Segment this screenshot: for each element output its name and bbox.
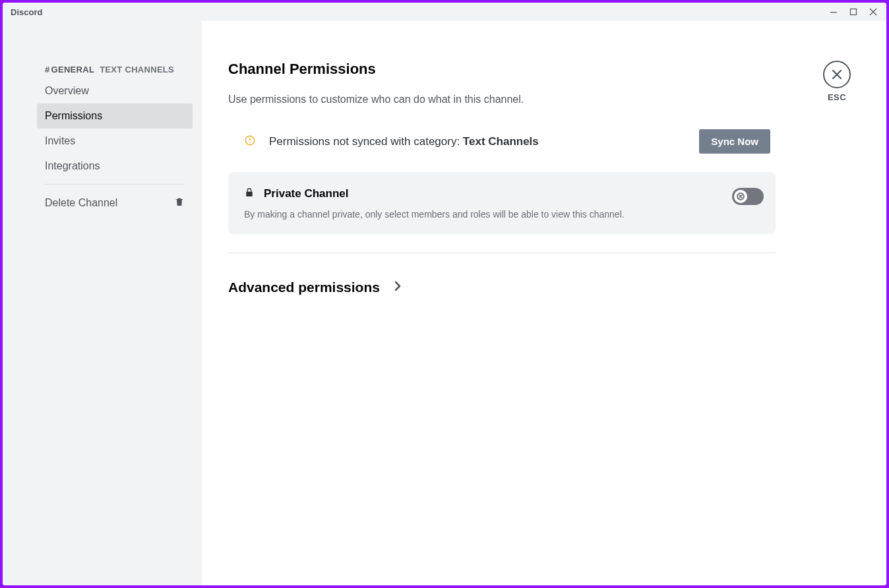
close-window-button[interactable] (868, 7, 878, 17)
sidebar-item-label: Permissions (45, 110, 102, 122)
window-controls (828, 7, 878, 17)
sidebar-item-overview[interactable]: Overview (37, 78, 193, 103)
sidebar-item-delete-channel[interactable]: Delete Channel (37, 190, 193, 216)
toggle-knob (734, 190, 747, 203)
sidebar-item-label: Integrations (45, 160, 100, 172)
warning-icon (244, 134, 256, 149)
sidebar-header-channel: GENERAL (51, 65, 95, 74)
sync-text: Permissions not synced with category: Te… (269, 135, 539, 148)
private-channel-title: Private Channel (264, 187, 349, 200)
main-panel: ESC Channel Permissions Use permissions … (202, 21, 886, 585)
minimize-icon (830, 8, 838, 16)
chevron-right-icon (394, 281, 401, 294)
sidebar-header-category: TEXT CHANNELS (100, 65, 174, 74)
lock-icon (244, 187, 255, 201)
sidebar-divider (45, 184, 185, 185)
sync-category: Text Channels (463, 135, 539, 148)
toggle-off-icon (737, 192, 745, 200)
app-window: Discord # GENERAL TEXT CHANNELS Ov (3, 3, 886, 585)
advanced-permissions-button[interactable]: Advanced permissions (228, 279, 776, 295)
svg-rect-1 (851, 9, 857, 15)
hash-icon: # (45, 65, 50, 74)
sidebar-item-invites[interactable]: Invites (37, 129, 193, 154)
private-channel-card: Private Channel By making a channel priv… (228, 172, 776, 234)
sync-notice: Permissions not synced with category: Te… (228, 129, 776, 154)
trash-icon (174, 196, 185, 210)
close-settings-button[interactable]: ESC (823, 61, 851, 102)
sidebar-item-label: Overview (45, 85, 89, 97)
sidebar-item-permissions[interactable]: Permissions (37, 103, 193, 129)
close-circle-icon (823, 61, 851, 88)
minimize-button[interactable] (828, 7, 839, 17)
section-divider (228, 252, 776, 253)
sidebar-item-label: Delete Channel (45, 197, 117, 209)
sidebar-item-label: Invites (45, 135, 75, 147)
esc-label: ESC (828, 92, 846, 102)
page-title: Channel Permissions (228, 61, 776, 78)
sidebar-header: # GENERAL TEXT CHANNELS (37, 61, 193, 78)
close-icon (869, 8, 877, 16)
svg-point-4 (249, 142, 251, 143)
window-title: Discord (11, 7, 42, 17)
content: # GENERAL TEXT CHANNELS Overview Permiss… (3, 21, 886, 585)
maximize-button[interactable] (848, 7, 859, 17)
titlebar: Discord (3, 3, 886, 21)
private-channel-toggle[interactable] (732, 188, 764, 205)
private-channel-desc: By making a channel private, only select… (244, 209, 760, 220)
sidebar-item-integrations[interactable]: Integrations (37, 154, 193, 179)
svg-rect-0 (830, 12, 837, 13)
advanced-permissions-title: Advanced permissions (228, 279, 380, 295)
settings-sidebar: # GENERAL TEXT CHANNELS Overview Permiss… (3, 21, 202, 585)
sync-text-prefix: Permissions not synced with category: (269, 135, 463, 148)
sync-now-button[interactable]: Sync Now (699, 129, 770, 154)
page-subtitle: Use permissions to customize who can do … (228, 94, 776, 105)
maximize-icon (849, 8, 857, 16)
